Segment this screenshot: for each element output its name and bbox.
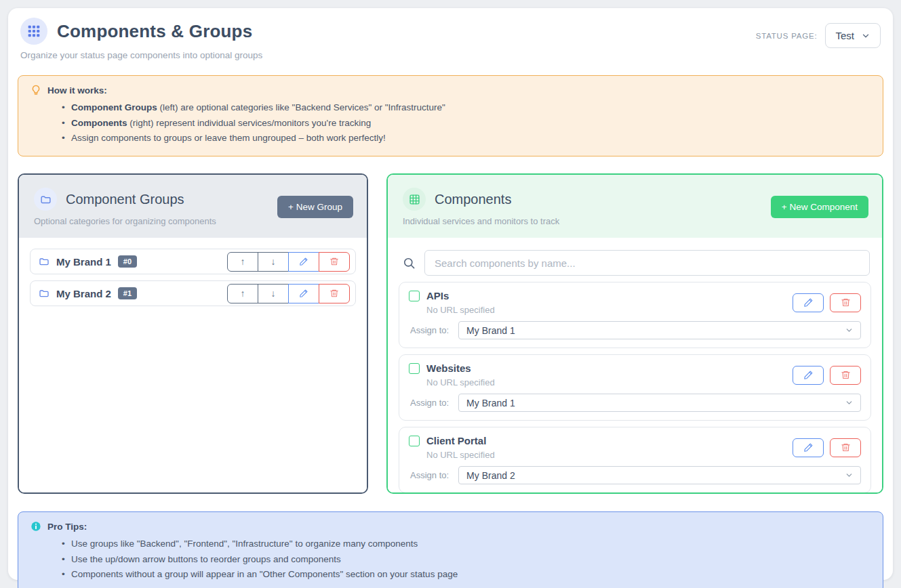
group-order-badge: #0 bbox=[118, 255, 137, 268]
new-group-button[interactable]: + New Group bbox=[277, 196, 353, 218]
chevron-down-icon bbox=[845, 326, 854, 335]
component-card: Client Portal No URL specified bbox=[399, 427, 871, 493]
delete-group-button[interactable] bbox=[319, 284, 350, 303]
how-it-works-title: How it works: bbox=[47, 85, 107, 96]
table-icon-circle bbox=[403, 188, 426, 211]
edit-component-button[interactable] bbox=[793, 293, 824, 312]
components-panel-subtitle: Individual services and monitors to trac… bbox=[403, 216, 559, 226]
component-checkbox[interactable] bbox=[409, 436, 420, 446]
delete-component-button[interactable] bbox=[830, 293, 861, 312]
groups-panel-body: My Brand 1 #0 ↑ ↓ bbox=[19, 238, 367, 492]
folder-icon bbox=[39, 288, 49, 299]
components-panel-title: Components bbox=[435, 192, 511, 207]
pencil-icon bbox=[299, 257, 308, 266]
assign-to-label: Assign to: bbox=[410, 325, 449, 335]
group-name: My Brand 2 bbox=[56, 288, 111, 299]
component-name: APIs bbox=[426, 290, 449, 301]
assign-group-select[interactable]: My Brand 1 bbox=[458, 394, 861, 412]
how-it-works-box: How it works: Component Groups (left) ar… bbox=[18, 75, 883, 156]
move-group-down-button[interactable]: ↓ bbox=[258, 252, 289, 272]
pro-tips-item: Use groups like "Backend", "Frontend", "… bbox=[62, 537, 870, 552]
components-panel-body: APIs No URL specified bbox=[388, 238, 882, 494]
chevron-down-icon bbox=[861, 31, 870, 41]
assign-group-select[interactable]: My Brand 1 bbox=[458, 321, 861, 339]
how-it-works-item: Component Groups (left) are optional cat… bbox=[62, 100, 870, 116]
component-groups-panel: Component Groups Optional categories for… bbox=[18, 173, 368, 494]
chevron-down-icon bbox=[845, 471, 854, 480]
down-arrow-icon: ↓ bbox=[271, 288, 276, 299]
component-url-note: No URL specified bbox=[426, 450, 495, 460]
lightbulb-icon bbox=[31, 85, 41, 96]
components-panel-header: Components Individual services and monit… bbox=[388, 175, 882, 238]
status-page-label: STATUS PAGE: bbox=[756, 32, 818, 40]
page-subtitle: Organize your status page components int… bbox=[20, 50, 262, 60]
folder-icon-circle bbox=[34, 188, 57, 211]
component-checkbox[interactable] bbox=[409, 363, 420, 374]
assigned-group-value: My Brand 1 bbox=[466, 325, 515, 336]
group-actions: ↑ ↓ bbox=[227, 284, 350, 303]
delete-component-button[interactable] bbox=[830, 366, 861, 385]
chevron-down-icon bbox=[845, 398, 854, 407]
assigned-group-value: My Brand 1 bbox=[466, 398, 515, 408]
folder-icon bbox=[39, 256, 49, 267]
trash-icon bbox=[329, 289, 339, 298]
group-order-badge: #1 bbox=[118, 287, 137, 299]
how-it-works-list: Component Groups (left) are optional cat… bbox=[62, 100, 870, 146]
delete-group-button[interactable] bbox=[319, 252, 350, 272]
component-name: Websites bbox=[426, 362, 471, 374]
components-panel: Components Individual services and monit… bbox=[386, 173, 883, 494]
assigned-group-value: My Brand 2 bbox=[466, 470, 515, 481]
groups-panel-header: Component Groups Optional categories for… bbox=[19, 175, 367, 238]
trash-icon bbox=[841, 442, 851, 453]
how-it-works-item: Assign components to groups or leave the… bbox=[62, 131, 870, 146]
group-actions: ↑ ↓ bbox=[227, 252, 350, 272]
group-name: My Brand 1 bbox=[56, 256, 111, 268]
pencil-icon bbox=[803, 442, 814, 453]
status-page-value: Test bbox=[835, 30, 854, 41]
move-group-up-button[interactable]: ↑ bbox=[227, 252, 258, 272]
edit-component-button[interactable] bbox=[793, 438, 824, 457]
group-row: My Brand 2 #1 ↑ ↓ bbox=[30, 280, 356, 306]
trash-icon bbox=[329, 257, 339, 266]
components-groups-icon bbox=[20, 18, 47, 45]
assign-to-label: Assign to: bbox=[410, 470, 449, 480]
component-url-note: No URL specified bbox=[426, 377, 495, 387]
move-group-up-button[interactable]: ↑ bbox=[227, 284, 258, 303]
component-card: Websites No URL specified bbox=[399, 354, 871, 421]
pro-tips-box: Pro Tips: Use groups like "Backend", "Fr… bbox=[18, 511, 883, 588]
move-group-down-button[interactable]: ↓ bbox=[258, 284, 289, 303]
pro-tips-list: Use groups like "Backend", "Frontend", "… bbox=[62, 537, 870, 583]
main-card: Components & Groups Organize your status… bbox=[8, 8, 893, 580]
up-arrow-icon: ↑ bbox=[241, 256, 245, 267]
grid-squares-icon bbox=[27, 24, 41, 38]
delete-component-button[interactable] bbox=[830, 438, 861, 457]
pencil-icon bbox=[299, 289, 308, 298]
page-title: Components & Groups bbox=[57, 21, 252, 42]
new-component-button[interactable]: + New Component bbox=[771, 196, 868, 218]
trash-icon bbox=[841, 370, 851, 380]
component-name: Client Portal bbox=[426, 435, 486, 446]
pro-tips-title: Pro Tips: bbox=[47, 522, 87, 532]
trash-icon bbox=[841, 297, 851, 308]
edit-group-button[interactable] bbox=[288, 252, 319, 272]
pencil-icon bbox=[803, 297, 814, 308]
info-icon bbox=[31, 521, 41, 532]
component-url-note: No URL specified bbox=[426, 305, 495, 315]
status-page-select[interactable]: Test bbox=[825, 23, 881, 48]
page-header: Components & Groups Organize your status… bbox=[18, 18, 883, 60]
groups-panel-subtitle: Optional categories for organizing compo… bbox=[34, 216, 216, 226]
search-icon bbox=[403, 257, 416, 270]
groups-panel-title: Component Groups bbox=[66, 192, 184, 207]
how-it-works-item: Components (right) represent individual … bbox=[62, 116, 870, 131]
edit-group-button[interactable] bbox=[288, 284, 319, 303]
component-checkbox[interactable] bbox=[409, 291, 420, 301]
up-arrow-icon: ↑ bbox=[241, 288, 245, 299]
pro-tips-item: Components without a group will appear i… bbox=[62, 567, 870, 583]
assign-group-select[interactable]: My Brand 2 bbox=[458, 466, 861, 484]
table-grid-icon bbox=[409, 194, 420, 205]
search-input[interactable] bbox=[424, 250, 870, 276]
down-arrow-icon: ↓ bbox=[271, 256, 276, 267]
pro-tips-item: Use the up/down arrow buttons to reorder… bbox=[62, 552, 870, 568]
pencil-icon bbox=[803, 370, 814, 380]
edit-component-button[interactable] bbox=[793, 366, 824, 385]
